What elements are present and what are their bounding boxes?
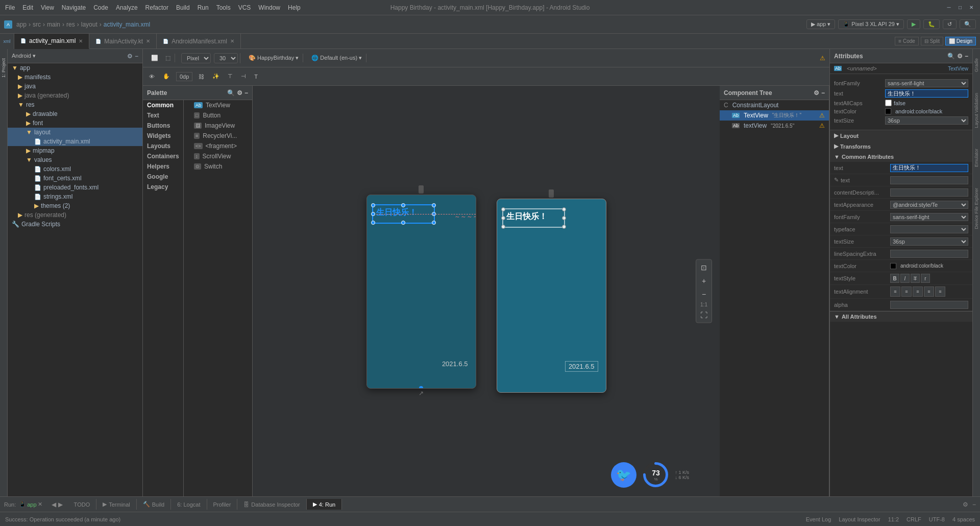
profiler-tab[interactable]: Profiler [207,499,238,510]
align-h-btn[interactable]: ⊣ [239,72,248,81]
margin-input[interactable]: 0dp [176,72,192,81]
handle-bc[interactable] [401,221,405,225]
tab-androidmanifest-close[interactable]: ✕ [230,38,234,44]
locale-btn[interactable]: 🌐 Default (en-us) ▾ [309,54,364,62]
textstyle-strikethrough[interactable]: T̶ [911,274,920,283]
handle-tr[interactable] [432,203,436,207]
tree-item-preloaded-fonts[interactable]: 📄 preloaded_fonts.xml [8,183,142,192]
breadcrumb-res[interactable]: res [66,21,75,28]
debug-btn[interactable]: 🐛 [923,19,940,29]
menu-run[interactable]: Run [198,4,209,11]
menu-vcs[interactable]: VCS [238,4,251,11]
sync-btn[interactable]: ↺ [943,19,957,29]
canvas-container[interactable]: 生日快乐！ ～～～～ 2021.6.5 ↗ [253,86,720,496]
handle-right-ml[interactable] [501,216,505,220]
build-tab[interactable]: 🔨 Build [137,499,171,510]
db-inspector-tab[interactable]: 🗄 Database Inspector [237,499,306,510]
menu-navigate[interactable]: Navigate [62,4,86,11]
palette-cat-text[interactable]: Text [143,110,183,121]
line-ending[interactable]: CRLF [906,516,921,522]
theme-btn[interactable]: 🎨 HappyBirthday ▾ [247,54,301,62]
tab-androidmanifest[interactable]: 📄 AndroidManifest.xml ✕ [157,34,241,49]
menu-help[interactable]: Help [288,4,301,11]
ct-item-textview2[interactable]: Ab textView "2021.6.5" ⚠ [720,121,829,131]
run-tab[interactable]: ▶ 4: Run [307,499,342,510]
eye-toggle-btn[interactable]: 👁 [147,73,157,81]
textview-selection-right[interactable]: 生日快乐！ [502,208,565,228]
ct-item-constraintlayout[interactable]: C ConstraintLayout [720,100,829,110]
layout-validation-tab[interactable]: Layout Validation [973,89,980,132]
tree-item-themes[interactable]: ▶ themes (2) [8,201,142,210]
lasso-btn[interactable]: ⬚ [163,54,173,62]
section-transforms[interactable]: ▶ Transforms [830,141,972,152]
textstyle-bold[interactable]: B [890,274,899,283]
text-display-btn[interactable]: T [252,73,260,81]
textcolor-swatch[interactable] [885,108,891,114]
align-center[interactable]: ≡ [901,286,912,297]
device-file-explorer-tab[interactable]: Device File Explorer [973,184,980,233]
tree-item-activity-main[interactable]: 📄 activity_main.xml [8,137,142,146]
tree-item-gradle-scripts[interactable]: 🔧 Gradle Scripts [8,220,142,229]
fontfamily-select[interactable]: sans-serif-light [885,79,968,87]
device-btn[interactable]: 📱 Pixel 3 XL API 29 ▾ [838,19,904,29]
palette-cat-containers[interactable]: Containers [143,151,183,161]
run-btn[interactable]: ▶ [907,19,920,29]
tree-item-colors[interactable]: 📄 colors.xml [8,164,142,174]
tree-item-strings[interactable]: 📄 strings.xml [8,192,142,201]
breadcrumb-file[interactable]: activity_main.xml [104,21,150,28]
menu-build[interactable]: Build [176,4,190,11]
fontfamily-select-common[interactable]: sans-serif-light [890,213,968,221]
handle-tl[interactable] [371,203,375,207]
textcolor-swatch-common[interactable] [890,263,896,269]
menu-edit[interactable]: Edit [22,4,33,11]
maximize-button[interactable]: □ [957,4,964,11]
textsize-select-common[interactable]: 36sp [890,237,968,246]
textallcaps-checkbox[interactable] [885,100,892,106]
text-input-common[interactable] [890,164,968,172]
gradle-tab[interactable]: Gradle [973,54,980,76]
palette-item-textview[interactable]: Ab TextView [184,100,252,110]
handle-bottom-center[interactable] [419,386,423,389]
event-log-btn[interactable]: Event Log [806,516,831,522]
handle-right-br[interactable] [562,225,566,229]
run-config-btn[interactable]: ▶ app ▾ [806,19,835,29]
palette-item-imageview[interactable]: 🖼 ImageView [184,121,252,131]
linespacing-input[interactable] [890,250,968,258]
indent[interactable]: 4 spaces [952,516,975,522]
tab-mainactivity[interactable]: 📄 MainActivity.kt ✕ [89,34,157,49]
breadcrumb-app[interactable]: app [16,21,27,28]
logcat-tab[interactable]: 6: Logcat [171,499,207,510]
ct-collapse-icon[interactable]: − [821,89,825,97]
emulator-tab[interactable]: Emulator [973,145,980,171]
align-right[interactable]: ≡ [913,286,923,297]
palette-item-fragment[interactable]: <> <fragment> [184,141,252,151]
pixel-select[interactable]: Pixel [181,53,211,63]
attrs-search-icon[interactable]: 🔍 [947,53,955,60]
app-run-config[interactable]: 📱 app ✕ [19,501,42,508]
typeface-select[interactable] [890,225,968,233]
text-input-edit[interactable] [890,176,968,184]
zoom-select[interactable]: 30 [214,53,238,63]
handle-right-mr[interactable] [562,216,566,220]
handle-right-bl[interactable] [501,225,505,229]
tree-item-java[interactable]: ▶ java [8,82,142,91]
palette-collapse-icon[interactable]: − [244,89,248,97]
palette-item-recyclerview[interactable]: ≡ RecyclerVi... [184,131,252,141]
handle-br[interactable] [432,221,436,225]
contentdesc-input[interactable] [890,188,968,197]
breadcrumb-layout[interactable]: layout [81,21,97,28]
pan-btn[interactable]: ✋ [161,72,172,81]
tree-item-res-generated[interactable]: ▶ res (generated) [8,210,142,220]
palette-settings-icon[interactable]: ⚙ [237,89,242,97]
tree-item-manifests[interactable]: ▶ manifests [8,73,142,82]
attrs-settings-icon[interactable]: ⚙ [957,53,963,60]
tree-item-drawable[interactable]: ▶ drawable [8,109,142,118]
run-close-btn[interactable]: − [972,501,976,508]
ct-item-textview1[interactable]: Ab TextView "生日快乐！" ⚠ [720,110,829,121]
text-input-top[interactable] [885,89,968,98]
palette-cat-legacy[interactable]: Legacy [143,182,183,192]
handle-ml[interactable] [371,212,375,216]
align-justify[interactable]: ≡ [924,286,934,297]
handle-bl[interactable] [371,221,375,225]
align-v-btn[interactable]: ⊤ [226,72,235,81]
